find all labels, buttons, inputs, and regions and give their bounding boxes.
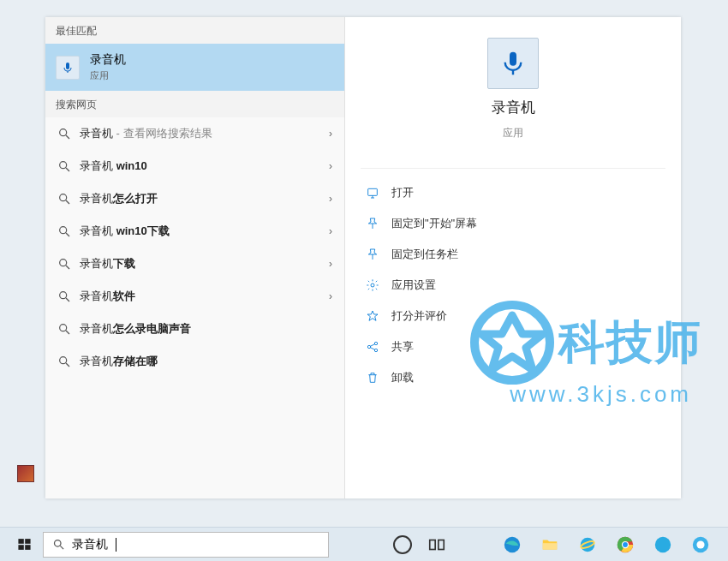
best-match-header: 最佳匹配 [45,17,344,44]
best-match-item[interactable]: 录音机 应用 [45,44,344,91]
taskbar: 录音机 [0,527,728,561]
web-result-item[interactable]: 录音机 - 查看网络搜索结果› [45,117,344,150]
svg-point-7 [60,227,67,234]
svg-line-2 [66,135,69,139]
file-explorer-button[interactable] [533,528,567,562]
edge-icon [503,535,522,554]
action-label: 打开 [391,185,414,200]
action-rate[interactable]: 打分并评价 [345,301,681,331]
app-button[interactable] [646,528,680,562]
web-result-text: 录音机怎么打开 [80,191,158,206]
svg-point-19 [371,283,374,287]
search-icon [57,322,71,336]
edge-button[interactable] [495,528,529,562]
chevron-right-icon: › [329,160,332,172]
actions-list: 打开固定到"开始"屏幕固定到任务栏应用设置打分并评价共享卸载 [345,177,681,393]
divider [361,168,665,169]
svg-rect-30 [430,540,435,549]
svg-rect-33 [543,543,558,549]
search-icon [57,257,71,271]
open-icon [366,186,379,200]
details-column: 录音机 应用 打开固定到"开始"屏幕固定到任务栏应用设置打分并评价共享卸载 [345,17,681,498]
chrome-icon [616,535,635,554]
pin-taskbar-icon [366,248,379,261]
svg-rect-25 [25,539,30,544]
svg-point-15 [60,357,67,364]
svg-line-10 [66,266,69,269]
web-result-item[interactable]: 录音机存储在哪 [45,345,344,378]
search-icon [57,127,71,140]
taskbar-search-box[interactable]: 录音机 [43,532,329,558]
svg-line-16 [66,363,69,367]
svg-line-29 [60,546,63,549]
chevron-right-icon: › [329,258,332,270]
action-label: 卸载 [391,370,414,385]
start-button[interactable] [5,528,43,562]
web-result-item[interactable]: 录音机 win10下载› [45,215,344,248]
voice-recorder-icon [56,56,80,80]
pinned-app-icon[interactable] [17,465,34,482]
action-label: 固定到任务栏 [391,247,458,262]
web-result-item[interactable]: 录音机下载› [45,248,344,280]
svg-point-20 [367,345,370,348]
action-share[interactable]: 共享 [345,331,681,362]
web-result-item[interactable]: 录音机怎么打开› [45,182,344,215]
voice-recorder-icon [487,38,539,89]
action-label: 共享 [391,339,414,355]
svg-rect-18 [368,188,378,195]
details-header: 录音机 应用 [345,38,681,156]
web-result-text: 录音机 - 查看网络搜索结果 [80,126,212,141]
blue-globe-icon [691,535,710,554]
web-result-text: 录音机下载 [80,256,135,272]
web-result-text: 录音机 win10 [80,158,147,174]
svg-point-28 [55,540,62,547]
svg-rect-0 [66,63,69,69]
svg-line-8 [66,233,69,236]
app-button-2[interactable] [683,528,718,562]
svg-point-5 [60,194,67,201]
web-result-item[interactable]: 录音机软件› [45,280,344,313]
svg-point-9 [60,260,67,266]
action-settings[interactable]: 应用设置 [345,270,681,301]
chrome-button[interactable] [608,528,642,562]
share-icon [366,340,379,354]
svg-point-22 [374,349,377,351]
action-label: 固定到"开始"屏幕 [391,216,477,231]
svg-point-13 [60,325,67,331]
web-results-list: 录音机 - 查看网络搜索结果›录音机 win10›录音机怎么打开›录音机 win… [45,117,344,378]
ie-button[interactable] [570,528,605,562]
best-match-subtitle: 应用 [90,69,126,82]
search-input-text: 录音机 [72,537,108,552]
details-title: 录音机 [492,98,535,117]
settings-icon [366,278,379,292]
chevron-right-icon: › [329,225,332,237]
web-result-text: 录音机怎么录电脑声音 [80,321,191,337]
details-subtitle: 应用 [503,126,523,140]
folder-icon [540,535,559,554]
rate-icon [366,309,379,323]
web-result-item[interactable]: 录音机 win10› [45,150,344,182]
svg-line-4 [66,168,69,171]
web-result-text: 录音机存储在哪 [80,354,158,369]
results-column: 最佳匹配 录音机 应用 搜索网页 录音机 - 查看网络搜索结果›录音机 win1… [45,17,345,498]
svg-point-1 [60,129,67,136]
cortana-button[interactable] [385,528,420,562]
action-open[interactable]: 打开 [345,177,681,208]
search-icon [57,224,71,238]
svg-rect-24 [18,539,23,544]
action-pin-start[interactable]: 固定到"开始"屏幕 [345,208,681,239]
svg-point-21 [374,342,377,344]
action-uninstall[interactable]: 卸载 [345,362,681,393]
windows-icon [17,537,32,552]
action-pin-taskbar[interactable]: 固定到任务栏 [345,239,681,270]
task-view-button[interactable] [420,528,454,562]
action-label: 应用设置 [391,278,436,293]
start-search-panel: 最佳匹配 录音机 应用 搜索网页 录音机 - 查看网络搜索结果›录音机 win1… [45,17,681,498]
svg-point-11 [60,292,67,299]
uninstall-icon [366,371,379,385]
search-icon [52,538,65,551]
web-results-header: 搜索网页 [45,91,344,117]
svg-rect-26 [18,545,23,550]
web-result-item[interactable]: 录音机怎么录电脑声音 [45,313,344,345]
svg-point-39 [655,536,671,552]
